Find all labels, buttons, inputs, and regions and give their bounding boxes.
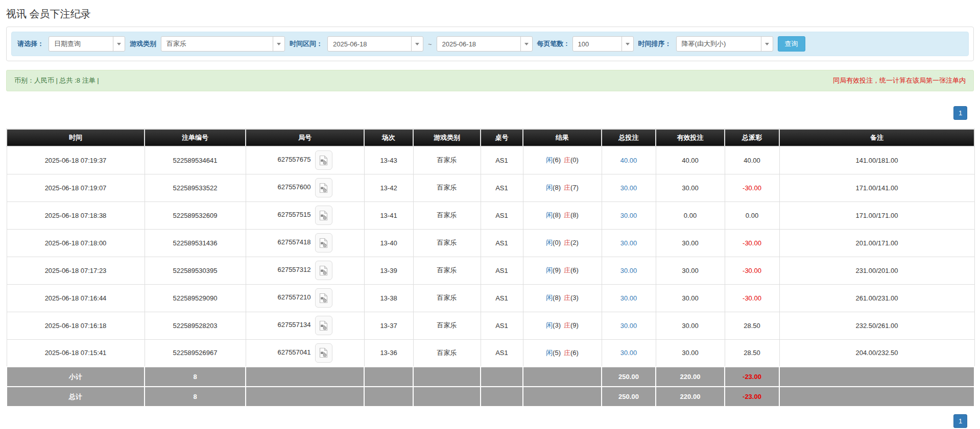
result-banker-score: (6) <box>570 349 579 357</box>
query-type-value: 日期查询 <box>54 39 109 48</box>
page-1-button-bottom[interactable]: 1 <box>953 414 967 428</box>
total-count: 8 <box>145 387 246 407</box>
cell-round: 627557210 <box>246 284 364 312</box>
page: 视讯 会员下注纪录 请选择： 日期查询 游戏类别 百家乐 时间区间： 2025-… <box>0 7 980 428</box>
date-to-select[interactable]: 2025-06-18 <box>437 36 533 52</box>
cell-table-no: AS1 <box>481 339 523 367</box>
header-payout: 总派彩 <box>725 129 779 146</box>
header-table-no: 桌号 <box>481 129 523 146</box>
date-from-select[interactable]: 2025-06-18 <box>327 36 423 52</box>
cell-valid-bet: 30.00 <box>656 312 725 339</box>
pagination-top: 1 <box>6 106 974 120</box>
sort-order-label: 时间排序： <box>638 39 672 48</box>
cell-valid-bet: 40.00 <box>656 146 725 174</box>
total-bet-link[interactable]: 30.00 <box>620 184 637 192</box>
header-remark: 备注 <box>779 129 974 146</box>
time-range-label: 时间区间： <box>290 39 323 48</box>
cell-total-bet: 30.00 <box>602 229 656 257</box>
cell-result: 闲(8)庄(8) <box>523 201 602 229</box>
video-replay-button[interactable] <box>315 288 332 308</box>
video-replay-button[interactable] <box>315 261 332 280</box>
result-player-label: 闲 <box>546 184 553 191</box>
date-range-tilde: ~ <box>428 40 432 48</box>
video-file-icon <box>319 210 328 221</box>
filter-bar: 请选择： 日期查询 游戏类别 百家乐 时间区间： 2025-06-18 ~ 20… <box>11 32 969 56</box>
cell-time: 2025-06-18 07:16:18 <box>7 312 145 339</box>
subtotal-count: 8 <box>145 367 246 387</box>
cell-payout: 28.50 <box>725 312 779 339</box>
cell-game-type: 百家乐 <box>413 312 481 339</box>
page-size-select[interactable]: 100 <box>572 36 634 52</box>
subtotal-row: 小计 8 250.00 220.00 -23.00 <box>7 367 974 387</box>
cell-result: 闲(3)庄(9) <box>523 312 602 339</box>
cell-bet-id: 522589532609 <box>145 201 246 229</box>
header-round: 局号 <box>246 129 364 146</box>
chevron-down-icon <box>113 37 125 51</box>
search-button[interactable]: 查询 <box>778 36 805 52</box>
result-player-score: (8) <box>553 184 561 191</box>
cell-game-type: 百家乐 <box>413 229 481 257</box>
cell-remark: 141.00/181.00 <box>779 146 974 174</box>
result-banker-score: (8) <box>570 211 579 219</box>
valid-bet-notice-text: 同局有效投注，统一计算在该局第一张注单内 <box>833 76 966 85</box>
total-bet-link[interactable]: 30.00 <box>620 322 637 330</box>
video-replay-button[interactable] <box>315 233 332 253</box>
cell-time: 2025-06-18 07:18:00 <box>7 229 145 257</box>
cell-total-bet: 30.00 <box>602 201 656 229</box>
cell-valid-bet: 30.00 <box>656 229 725 257</box>
cell-table-no: AS1 <box>481 284 523 312</box>
sort-order-select[interactable]: 降幂(由大到小) <box>676 36 773 52</box>
total-bet-link[interactable]: 30.00 <box>620 349 637 357</box>
cell-game-type: 百家乐 <box>413 284 481 312</box>
game-type-select[interactable]: 百家乐 <box>161 36 285 52</box>
cell-valid-bet: 30.00 <box>656 257 725 284</box>
result-player-score: (9) <box>553 266 561 274</box>
pagination-bottom: 1 <box>6 414 974 428</box>
result-player-score: (6) <box>553 156 561 164</box>
query-type-select[interactable]: 日期查询 <box>49 36 125 52</box>
video-replay-button[interactable] <box>315 343 332 363</box>
cell-remark: 171.00/171.00 <box>779 201 974 229</box>
total-bet-link[interactable]: 30.00 <box>620 294 637 302</box>
result-banker-score: (3) <box>570 294 579 301</box>
video-replay-button[interactable] <box>315 206 332 225</box>
video-replay-button[interactable] <box>315 150 332 170</box>
video-file-icon <box>319 347 328 358</box>
table-footer: 小计 8 250.00 220.00 -23.00 总计 8 250.00 22… <box>7 367 974 407</box>
result-banker-label: 庄 <box>564 349 570 357</box>
page-1-button[interactable]: 1 <box>953 106 967 120</box>
video-file-icon <box>319 238 328 248</box>
total-bet-link[interactable]: 30.00 <box>620 267 637 274</box>
video-replay-button[interactable] <box>315 178 332 197</box>
table-row: 2025-06-18 07:16:18 522589528203 6275571… <box>7 312 974 339</box>
video-file-icon <box>319 293 328 304</box>
cell-bet-id: 522589534641 <box>145 146 246 174</box>
date-from-value: 2025-06-18 <box>333 40 407 48</box>
cell-game-type: 百家乐 <box>413 201 481 229</box>
header-total-bet: 总投注 <box>602 129 656 146</box>
total-bet-link[interactable]: 40.00 <box>620 157 637 164</box>
filter-panel: 请选择： 日期查询 游戏类别 百家乐 时间区间： 2025-06-18 ~ 20… <box>6 27 974 61</box>
cell-time: 2025-06-18 07:17:23 <box>7 257 145 284</box>
cell-table-no: AS1 <box>481 257 523 284</box>
video-replay-button[interactable] <box>315 316 332 335</box>
total-bet-link[interactable]: 30.00 <box>620 239 637 247</box>
table-header: 时间 注单编号 局号 场次 游戏类别 桌号 结果 总投注 有效投注 总派彩 备注 <box>7 129 974 146</box>
result-player-score: (8) <box>553 294 561 301</box>
total-bet-link[interactable]: 30.00 <box>620 212 637 219</box>
result-banker-label: 庄 <box>564 239 570 246</box>
cell-round: 627557675 <box>246 146 364 174</box>
table-row: 2025-06-18 07:19:37 522589534641 6275576… <box>7 146 974 174</box>
cell-bet-id: 522589531436 <box>145 229 246 257</box>
cell-session: 13-43 <box>364 146 413 174</box>
cell-total-bet: 30.00 <box>602 174 656 201</box>
table-row: 2025-06-18 07:17:23 522589530395 6275573… <box>7 257 974 284</box>
cell-time: 2025-06-18 07:15:41 <box>7 339 145 367</box>
cell-result: 闲(6)庄(0) <box>523 146 602 174</box>
cell-time: 2025-06-18 07:18:38 <box>7 201 145 229</box>
chevron-down-icon <box>622 37 633 51</box>
cell-payout: 28.50 <box>725 339 779 367</box>
cell-remark: 261.00/231.00 <box>779 284 974 312</box>
page-size-label: 每页笔数 : <box>537 39 568 48</box>
round-number: 627557600 <box>277 183 310 191</box>
